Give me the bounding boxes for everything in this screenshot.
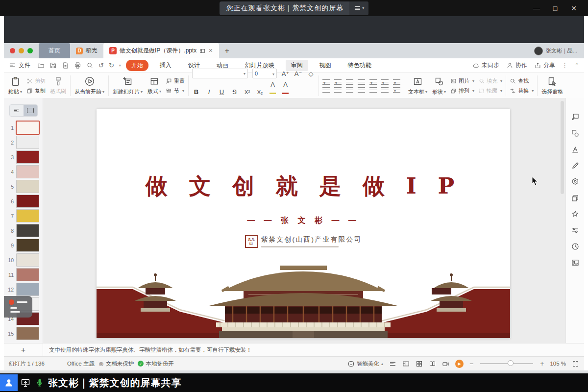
export-pdf-icon[interactable]	[62, 62, 69, 69]
underline-button[interactable]: U	[218, 88, 226, 96]
picture-button[interactable]: 图片	[450, 77, 474, 85]
menu-item[interactable]: 视图	[314, 60, 337, 71]
print-preview-icon[interactable]	[86, 62, 94, 69]
slide-list-item[interactable]: 10	[4, 254, 39, 266]
cut-button[interactable]: 剪切	[26, 77, 46, 85]
zoom-out-icon[interactable]: −	[469, 360, 473, 368]
presenter-badge-icon[interactable]	[0, 374, 18, 391]
slide-list-item[interactable]: 1	[4, 122, 39, 134]
maximize-button[interactable]: □	[546, 0, 564, 16]
backup-status[interactable]: ✓ 本地备份开	[138, 360, 174, 368]
slide-thumbnail[interactable]	[16, 180, 39, 193]
increase-font-icon[interactable]: A⁺	[281, 70, 290, 77]
distribute-icon[interactable]	[369, 87, 377, 93]
menu-item[interactable]: 插入	[154, 60, 177, 71]
notes-toggle-icon[interactable]	[389, 360, 396, 368]
decrease-indent-icon[interactable]	[346, 79, 353, 85]
increase-indent-icon[interactable]	[358, 79, 365, 85]
effects-pane-icon[interactable]	[571, 210, 580, 219]
smart-beautify-button[interactable]: 智能美化 ▴	[347, 360, 383, 368]
slide-thumbnail[interactable]	[16, 253, 39, 267]
account-area[interactable]: 张文彬｜品...	[534, 47, 581, 55]
new-slide-button[interactable]: 新建幻灯片	[110, 73, 145, 98]
align-center-icon[interactable]	[334, 87, 342, 93]
justify-icon[interactable]	[358, 87, 365, 93]
slide-thumbnail[interactable]	[16, 150, 39, 164]
tab-preview-icon[interactable]	[199, 48, 205, 54]
slide-thumbnail[interactable]	[16, 283, 39, 296]
align-right-icon[interactable]	[346, 87, 353, 93]
slide-sorter-icon[interactable]	[416, 360, 423, 368]
format-painter-button[interactable]: 格式刷	[48, 73, 69, 98]
mac-close-icon[interactable]	[10, 48, 15, 53]
strikethrough-button[interactable]: S	[230, 88, 239, 96]
replace-button[interactable]: 替换	[510, 87, 534, 95]
slide-list-item[interactable]: 15	[4, 327, 39, 340]
italic-button[interactable]: I	[205, 88, 213, 96]
slide-thumbnail[interactable]	[16, 136, 39, 149]
add-slide-button[interactable]: +	[4, 346, 43, 355]
image-pane-icon[interactable]	[571, 258, 580, 267]
reading-view-icon[interactable]	[429, 360, 436, 368]
tab-close-icon[interactable]: ✕	[208, 48, 213, 54]
slide-thumbnail[interactable]	[16, 268, 39, 281]
history-pane-icon[interactable]	[571, 242, 580, 251]
selection-pane-button[interactable]: 选择窗格	[539, 73, 565, 98]
fill-button[interactable]: 填充	[478, 77, 502, 85]
minimize-button[interactable]: —	[527, 0, 546, 16]
align-left-icon[interactable]	[322, 87, 330, 93]
slide-list-item[interactable]: 11	[4, 269, 39, 281]
wordart-pane-icon[interactable]	[571, 145, 580, 154]
zoom-slider-knob[interactable]	[508, 360, 514, 366]
decrease-font-icon[interactable]: A⁻	[294, 70, 302, 77]
slide-thumbnail[interactable]	[16, 327, 39, 340]
shapes-pane-icon[interactable]	[571, 129, 580, 138]
slide-list-item[interactable]: 9	[4, 239, 39, 251]
mac-minimize-icon[interactable]	[19, 48, 24, 53]
textbox-button[interactable]: 文本框	[406, 73, 430, 98]
sync-status[interactable]: 未同步	[472, 61, 499, 70]
bold-button[interactable]: B	[192, 88, 200, 96]
tab-docer[interactable]: D 稻壳	[70, 43, 103, 58]
slide-canvas[interactable]: 做 文 创 就 是 做 I P — — 张 文 彬 — — 几几 山 紫禁文创(…	[43, 98, 565, 343]
paste-button[interactable]: 粘贴	[6, 73, 24, 98]
copy-button[interactable]: 复制	[26, 87, 46, 95]
print-icon[interactable]	[74, 62, 81, 69]
layout-button[interactable]: 版式	[145, 73, 164, 98]
redo-icon[interactable]: ↻	[109, 62, 114, 69]
mac-zoom-icon[interactable]	[27, 48, 33, 53]
record-icon[interactable]	[442, 360, 449, 368]
vertical-scrollbar[interactable]	[561, 101, 564, 194]
screen-share-icon[interactable]	[18, 374, 33, 391]
numbering-icon[interactable]	[334, 79, 342, 85]
save-icon[interactable]	[49, 62, 57, 69]
line-spacing-icon[interactable]	[369, 79, 377, 85]
slide-thumbnail[interactable]	[16, 195, 39, 208]
arrange-button[interactable]: 排列	[450, 87, 474, 95]
thumbnail-view-icon[interactable]	[24, 105, 37, 116]
slide-thumbnail[interactable]	[16, 121, 39, 134]
outline-view-icon[interactable]	[10, 105, 24, 116]
collaborate-button[interactable]: 协作	[506, 61, 527, 70]
collapse-ribbon-icon[interactable]: ⌃	[575, 62, 579, 69]
subscript-button[interactable]: X₂	[256, 89, 264, 95]
zoom-level[interactable]: 105 %	[550, 361, 566, 367]
slide-list-item[interactable]: 2	[4, 136, 39, 148]
slide-thumbnail[interactable]	[16, 239, 39, 252]
banner-menu-button[interactable]: ▾	[349, 1, 368, 15]
slide-list-item[interactable]: 4	[4, 166, 39, 178]
adjust-sliders-pane-icon[interactable]	[571, 226, 580, 235]
slideshow-play-button[interactable]: ▶	[455, 360, 464, 368]
theme-label[interactable]: Office 主题	[67, 360, 95, 368]
slide-list-item[interactable]: 3	[4, 151, 39, 163]
current-slide[interactable]: 做 文 创 就 是 做 I P — — 张 文 彬 — — 几几 山 紫禁文创(…	[97, 109, 510, 338]
outline-button[interactable]: 轮廓	[478, 87, 502, 95]
zoom-slider[interactable]	[480, 363, 533, 364]
new-tab-button[interactable]: +	[219, 47, 235, 55]
design-pane-icon[interactable]	[571, 177, 580, 186]
slide-list-item[interactable]: 7	[4, 210, 39, 222]
slide-thumbnail[interactable]	[16, 209, 39, 222]
slide-list-item[interactable]: 5	[4, 180, 39, 193]
zoom-in-icon[interactable]: +	[540, 360, 544, 368]
bullets-icon[interactable]	[322, 79, 330, 85]
